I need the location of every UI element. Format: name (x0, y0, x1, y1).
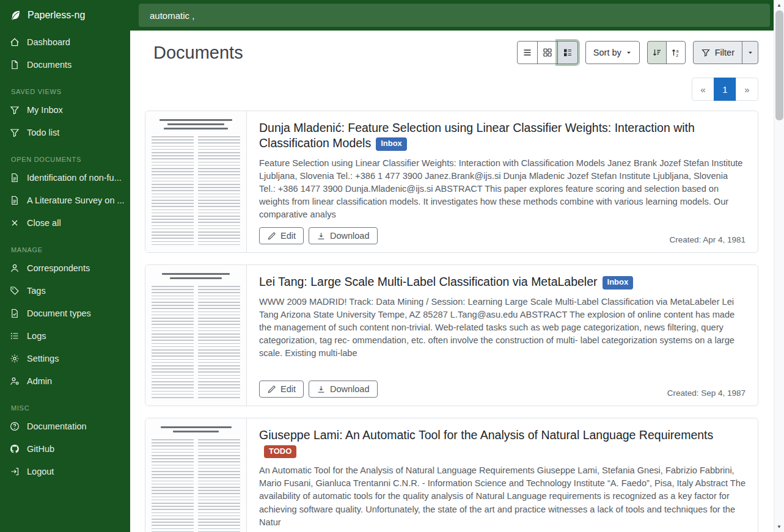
documents-toolbar: Sort by az Filter (517, 41, 758, 64)
thumbnail-title-line (162, 273, 229, 275)
document-card: Giuseppe Lami: An Automatic Tool for the… (145, 418, 758, 532)
sidebar-item-label: Dashboard (27, 37, 70, 47)
logout-icon (10, 467, 20, 476)
sidebar-item-todo-list[interactable]: Todo list (0, 121, 130, 144)
scrollbar-down-arrow[interactable]: ▼ (774, 524, 784, 530)
sidebar-item-admin[interactable]: Admin (0, 370, 130, 392)
thumbnail-title-line (159, 119, 232, 121)
sort-by-dropdown[interactable]: Sort by (585, 41, 640, 64)
brand[interactable]: Paperless-ng (0, 0, 130, 31)
filter-label: Filter (715, 48, 735, 57)
app-root: Paperless-ng Dashboard Documents SAVED V… (0, 0, 784, 532)
document-actions: Edit Download (259, 227, 378, 244)
close-icon (10, 218, 20, 228)
tag-badge[interactable]: TODO (264, 445, 296, 458)
download-button[interactable]: Download (309, 227, 378, 244)
sidebar-item-label: Todo list (27, 128, 59, 137)
question-circle-icon (10, 421, 20, 431)
view-mode-group (517, 41, 578, 64)
document-card-body: Lei Tang: Large Scale Multi-Label Classi… (247, 265, 758, 406)
sidebar-item-label: Correspondents (27, 263, 90, 273)
topbar (130, 0, 784, 31)
document-title-link[interactable]: Dunja Mladenić: Feature Selection using … (259, 121, 695, 150)
pencil-icon (267, 231, 276, 241)
sidebar-item-settings[interactable]: Settings (0, 347, 130, 370)
pagination-prev-button[interactable]: « (692, 78, 714, 101)
document-thumbnail[interactable] (145, 111, 247, 252)
main-column: Documents Sort by (130, 0, 784, 532)
pagination-page-1-button[interactable]: 1 (714, 78, 736, 101)
edit-button[interactable]: Edit (259, 227, 304, 244)
brand-name: Paperless-ng (27, 10, 85, 21)
sidebar-item-dashboard[interactable]: Dashboard (0, 31, 130, 53)
document-thumbnail[interactable] (145, 418, 247, 532)
tag-icon (10, 286, 20, 296)
download-icon (317, 385, 326, 394)
list-view-icon (522, 48, 532, 57)
download-button-label: Download (330, 384, 370, 394)
document-thumbnail[interactable] (145, 265, 247, 406)
sidebar-item-github[interactable]: GitHub (0, 437, 130, 460)
sidebar-section-misc: MISC (0, 404, 130, 412)
view-list-button[interactable] (517, 41, 538, 64)
sidebar-item-close-all[interactable]: Close all (0, 211, 130, 234)
search-input[interactable] (139, 4, 770, 27)
scrollbar-up-arrow[interactable]: ▲ (774, 2, 784, 8)
sidebar-item-document-types[interactable]: Document types (0, 302, 130, 324)
sort-alpha-ascending-icon: az (671, 48, 681, 57)
document-card-footer: Edit Download (259, 529, 746, 532)
document-title: Dunja Mladenić: Feature Selection using … (259, 120, 746, 151)
download-button-label: Download (330, 231, 370, 241)
scrollbar-thumb[interactable] (775, 10, 783, 120)
sidebar-item-documentation[interactable]: Documentation (0, 415, 130, 437)
download-icon (317, 231, 326, 241)
sidebar-section-manage: MANAGE (0, 246, 130, 253)
funnel-icon (10, 105, 20, 115)
page-header: Documents Sort by (145, 41, 758, 64)
sidebar-item-my-inbox[interactable]: My Inbox (0, 98, 130, 121)
sidebar-item-label: Settings (27, 354, 59, 363)
document-title-link[interactable]: Giuseppe Lami: An Automatic Tool for the… (259, 428, 713, 442)
chevron-down-icon (747, 49, 753, 56)
document-card-footer: Edit Download Created: Apr 4, 1981 (259, 221, 746, 244)
sidebar-item-label: Admin (27, 376, 52, 386)
thumbnail-title-line (164, 128, 227, 129)
created-date: Created: Apr 4, 1981 (669, 235, 746, 244)
sidebar-item-documents[interactable]: Documents (0, 53, 130, 76)
sort-alpha-asc-button[interactable]: az (666, 41, 686, 64)
download-button[interactable]: Download (309, 381, 378, 398)
edit-button[interactable]: Edit (259, 381, 304, 398)
thumbnail-text-columns (152, 286, 240, 400)
sidebar-nav: Dashboard Documents SAVED VIEWS My Inbox… (0, 31, 130, 483)
open-document-item[interactable]: A Literature Survey on ... (0, 189, 130, 211)
sidebar-item-tags[interactable]: Tags (0, 279, 130, 302)
filter-split-button: Filter (693, 41, 758, 64)
content-area: Documents Sort by (130, 31, 784, 532)
pagination: « 1 » (145, 78, 758, 101)
filter-button[interactable]: Filter (693, 41, 742, 64)
scrollbar[interactable]: ▲ ▼ (774, 0, 784, 532)
filter-dropdown-toggle[interactable] (742, 41, 758, 64)
view-grid-button[interactable] (537, 41, 558, 64)
pagination-next-button[interactable]: » (736, 78, 758, 101)
sidebar-item-logout[interactable]: Logout (0, 460, 130, 483)
thumbnail-text-columns (152, 439, 240, 532)
grid-view-icon (543, 48, 552, 57)
document-card: Dunja Mladenić: Feature Selection using … (145, 111, 758, 253)
edit-button-label: Edit (280, 231, 296, 241)
document-title-link[interactable]: Lei Tang: Large Scale Multi-Label Classi… (259, 275, 598, 288)
view-details-button[interactable] (557, 41, 578, 64)
sidebar-item-label: Identification of non-fu... (27, 173, 122, 183)
edit-button-label: Edit (280, 384, 296, 394)
sidebar-item-label: Document types (27, 308, 91, 318)
sidebar-item-label: Documentation (27, 421, 87, 431)
tag-badge[interactable]: Inbox (376, 137, 407, 150)
sidebar-item-logs[interactable]: Logs (0, 324, 130, 347)
sidebar-item-label: My Inbox (27, 105, 63, 115)
open-document-item[interactable]: Identification of non-fu... (0, 166, 130, 189)
github-icon (10, 444, 20, 454)
sort-direction-desc-button[interactable] (647, 41, 667, 64)
tag-badge[interactable]: Inbox (603, 276, 634, 289)
created-date: Created: Sep 4, 1987 (667, 388, 746, 398)
sidebar-item-correspondents[interactable]: Correspondents (0, 257, 130, 279)
